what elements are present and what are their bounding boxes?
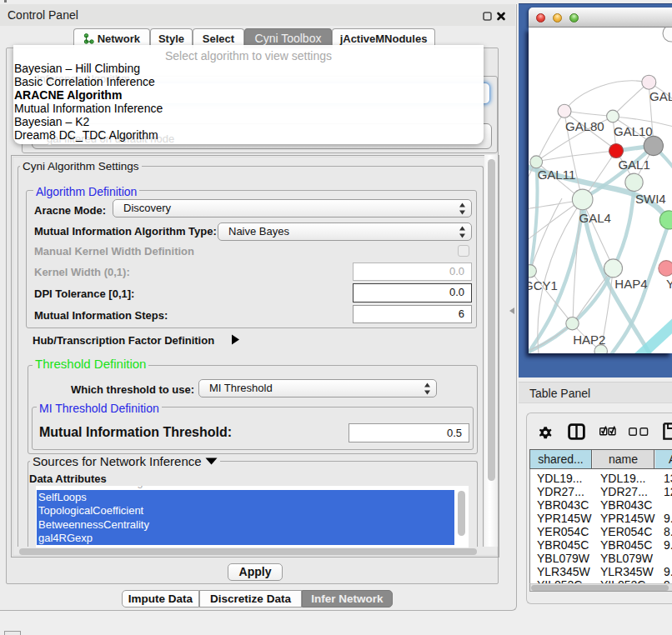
svg-text:GAL7: GAL7 [649,89,672,103]
svg-text:SWI4: SWI4 [635,192,666,206]
svg-text:GAL1: GAL1 [618,158,649,172]
svg-text:GCY1: GCY1 [529,278,558,292]
svg-text:GAL4: GAL4 [579,211,611,225]
svg-text:GAL11: GAL11 [538,168,576,182]
svg-text:Y: Y [666,277,672,291]
svg-text:GAL10: GAL10 [614,124,653,138]
svg-text:HAP4: HAP4 [614,277,647,291]
svg-text:HAP2: HAP2 [573,332,605,347]
svg-text:GAL80: GAL80 [565,119,604,133]
